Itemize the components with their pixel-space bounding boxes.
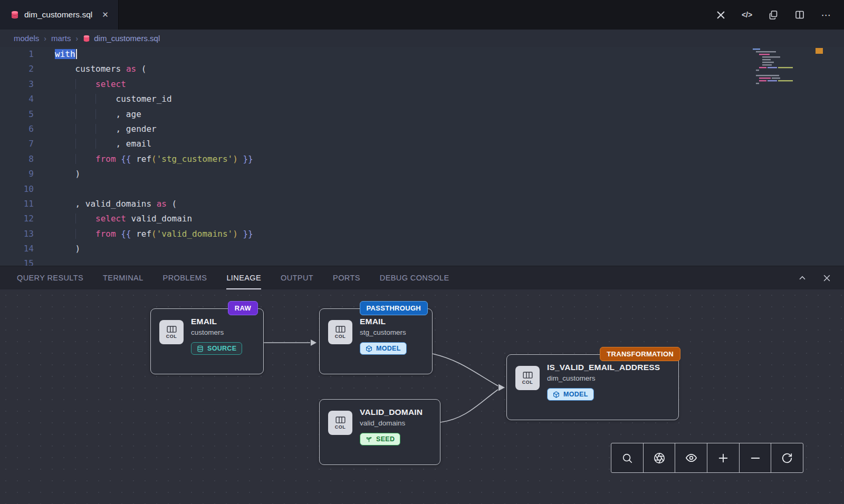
lineage-node-customers[interactable]: RAW COL EMAIL customers SOURCE: [150, 308, 264, 374]
tab-title: dim_customers.sql: [24, 10, 92, 20]
code-line[interactable]: 10: [0, 182, 844, 197]
line-number: 9: [0, 167, 34, 181]
panel-tab-debug-console[interactable]: DEBUG CONSOLE: [380, 266, 449, 289]
node-title: EMAIL: [191, 317, 242, 326]
lineage-toolbar: [611, 443, 803, 473]
panel-tab-problems[interactable]: PROBLEMS: [163, 266, 207, 289]
database-icon: [197, 345, 204, 352]
breadcrumb-separator: ›: [44, 34, 46, 43]
code-line[interactable]: 13 from {{ ref('valid_domains') }}: [0, 227, 844, 241]
lineage-node-valid-domains[interactable]: COL VALID_DOMAIN valid_domains SEED: [319, 399, 440, 465]
line-number: 7: [0, 137, 34, 151]
chevron-up-icon[interactable]: [797, 272, 808, 284]
overview-ruler-marker: [816, 48, 823, 54]
code-line[interactable]: 7 , email: [0, 137, 844, 151]
editor-actions: </> ⋯: [714, 0, 844, 30]
code-line[interactable]: 1with: [0, 47, 844, 62]
zoom-out-icon[interactable]: [739, 443, 771, 472]
breadcrumb-separator: ›: [76, 34, 79, 43]
line-number: 1: [0, 47, 34, 62]
x-cross-icon[interactable]: [714, 8, 727, 21]
copy-preview-icon[interactable]: [767, 8, 780, 21]
chip-label: COL: [335, 334, 346, 339]
breadcrumb: models › marts › dim_customers.sql: [0, 30, 844, 47]
line-number: 10: [0, 182, 34, 197]
lineage-canvas[interactable]: RAW COL EMAIL customers SOURCE: [0, 289, 844, 504]
panel-tab-output[interactable]: OUTPUT: [281, 266, 313, 289]
split-editor-icon[interactable]: [793, 8, 806, 21]
sprout-icon: [366, 436, 372, 443]
aperture-icon[interactable]: [643, 443, 675, 472]
code-line[interactable]: 11 , valid_domains as (: [0, 197, 844, 211]
code-line[interactable]: 12 select valid_domain: [0, 211, 844, 226]
line-number: 15: [0, 256, 34, 266]
line-number: 13: [0, 227, 34, 241]
node-title: VALID_DOMAIN: [360, 408, 423, 417]
editor-tab-dim-customers[interactable]: dim_customers.sql ✕: [0, 0, 119, 30]
panel-tab-query-results[interactable]: QUERY RESULTS: [17, 266, 83, 289]
line-number: 6: [0, 122, 34, 137]
line-number: 8: [0, 152, 34, 167]
node-title: IS_VALID_EMAIL_ADDRESS: [547, 363, 660, 372]
node-subtitle: customers: [191, 328, 242, 336]
line-number: 12: [0, 211, 34, 226]
refresh-icon[interactable]: [771, 443, 803, 472]
panel-tab-terminal[interactable]: TERMINAL: [103, 266, 143, 289]
close-panel-icon[interactable]: [821, 272, 832, 284]
panel-tab-list: QUERY RESULTSTERMINALPROBLEMSLINEAGEOUTP…: [17, 266, 468, 289]
code-line[interactable]: 2 customers as (: [0, 62, 844, 76]
editor-lines: 1with2 customers as (3 select4 customer_…: [0, 47, 844, 266]
code-line[interactable]: 3 select: [0, 77, 844, 92]
badge-label: MODEL: [563, 391, 588, 398]
line-number: 5: [0, 107, 34, 122]
line-number: 4: [0, 92, 34, 106]
code-line[interactable]: 6 , gender: [0, 122, 844, 137]
line-number: 14: [0, 241, 34, 256]
search-icon[interactable]: [611, 443, 643, 472]
chip-label: COL: [166, 334, 177, 339]
line-number: 2: [0, 62, 34, 76]
cube-icon: [553, 391, 560, 398]
column-chip: COL: [159, 320, 184, 344]
code-line[interactable]: 8 from {{ ref('stg_customers') }}: [0, 152, 844, 167]
zoom-in-icon[interactable]: [707, 443, 739, 472]
chip-label: COL: [522, 380, 533, 385]
node-subtitle: valid_domains: [360, 419, 423, 427]
panel-tab-lineage[interactable]: LINEAGE: [226, 266, 261, 289]
database-icon: [11, 11, 19, 19]
code-editor[interactable]: 1with2 customers as (3 select4 customer_…: [0, 47, 844, 266]
columns-icon: [523, 372, 533, 379]
panel-tab-bar: QUERY RESULTSTERMINALPROBLEMSLINEAGEOUTP…: [0, 266, 844, 289]
lineage-node-stg-customers[interactable]: PASSTHROUGH COL EMAIL stg_customers M: [319, 308, 433, 374]
passthrough-tag: PASSTHROUGH: [360, 301, 428, 315]
node-subtitle: dim_customers: [547, 374, 660, 382]
breadcrumb-file-label: dim_customers.sql: [94, 34, 160, 43]
minimap[interactable]: [752, 47, 812, 92]
code-line[interactable]: 9 ): [0, 167, 844, 181]
code-line[interactable]: 14 ): [0, 241, 844, 256]
code-tags-icon[interactable]: </>: [741, 8, 753, 21]
more-actions-icon[interactable]: ⋯: [820, 8, 832, 21]
breadcrumb-file[interactable]: dim_customers.sql: [83, 34, 160, 43]
panel-tab-ports[interactable]: PORTS: [333, 266, 360, 289]
lineage-node-dim-customers[interactable]: TRANSFORMATION COL IS_VALID_EMAIL_ADDRES…: [506, 354, 679, 420]
breadcrumb-item-models[interactable]: models: [14, 34, 39, 43]
code-line[interactable]: 4 customer_id: [0, 92, 844, 106]
model-badge: MODEL: [360, 342, 407, 355]
line-number: 3: [0, 77, 34, 92]
badge-label: SOURCE: [207, 345, 236, 352]
column-chip: COL: [328, 320, 352, 344]
code-line[interactable]: 15: [0, 256, 844, 266]
breadcrumb-item-marts[interactable]: marts: [51, 34, 71, 43]
text-cursor: [76, 49, 77, 59]
editor-tab-bar: dim_customers.sql ✕ </>: [0, 0, 844, 30]
columns-icon: [335, 416, 346, 423]
raw-tag: RAW: [228, 301, 258, 315]
columns-icon: [167, 326, 177, 333]
source-badge: SOURCE: [191, 342, 242, 355]
column-chip: COL: [328, 411, 352, 435]
line-number: 11: [0, 197, 34, 211]
code-line[interactable]: 5 , age: [0, 107, 844, 122]
eye-icon[interactable]: [675, 443, 707, 472]
tab-close-icon[interactable]: ✕: [102, 10, 109, 20]
